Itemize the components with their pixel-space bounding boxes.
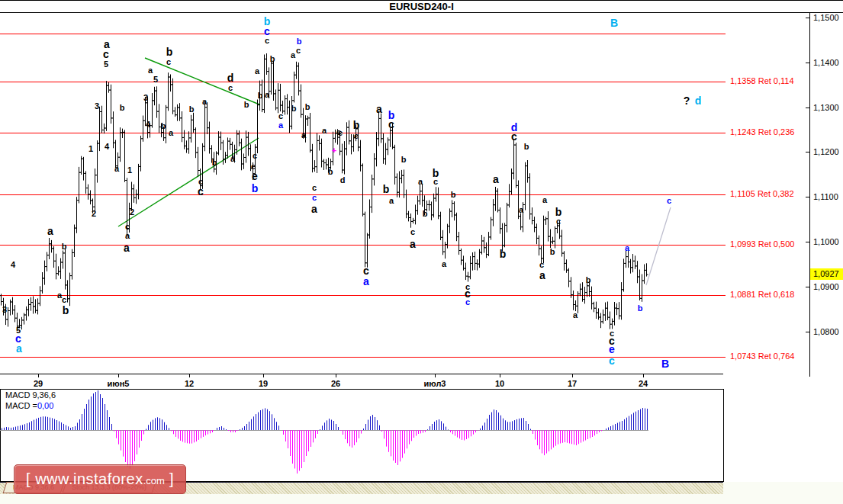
wave-label: a: [363, 275, 369, 287]
wave-label: a: [542, 195, 547, 204]
wave-label: c: [667, 196, 671, 205]
wave-label: a: [493, 173, 499, 185]
wave-label: 4: [11, 260, 15, 269]
ohlc-bars[interactable]: [0, 53, 648, 331]
current-price-tag: 1,0927: [810, 268, 843, 280]
wave-label: b: [451, 190, 456, 199]
instaforex-watermark[interactable]: [ www.instaforex.com ]: [14, 464, 186, 494]
fib-level-label: 1,0743 Ret 0,764: [730, 352, 794, 361]
time-scale-label: 10: [495, 379, 504, 388]
wave-label: c: [278, 111, 283, 120]
wave-label: d: [340, 175, 346, 185]
wave-label: b: [252, 182, 259, 194]
wave-label: e: [354, 131, 359, 140]
price-scale-label: 1,0900: [813, 282, 839, 291]
wave-label: c: [556, 217, 561, 226]
wave-label: a: [322, 126, 327, 135]
time-scale-label: 24: [639, 379, 648, 388]
wave-label: a: [311, 203, 317, 215]
wave-label: a: [625, 243, 629, 252]
wave-label: b: [244, 100, 249, 109]
wave-label: 1: [127, 165, 132, 175]
fib-level-label: 1,1105 Ret 0,382: [730, 189, 794, 198]
wave-label: b: [258, 91, 263, 100]
wave-label: b: [353, 119, 360, 131]
wave-label: b: [270, 54, 275, 63]
projection-line[interactable]: [646, 207, 671, 285]
wave-label: b: [305, 102, 310, 111]
wave-label: c: [609, 355, 615, 367]
wave-label: d: [227, 72, 234, 84]
wave-label: a: [278, 120, 283, 130]
fib-level-label: 1,1358 Ret 0,114: [730, 76, 794, 85]
wave-label: b: [62, 242, 67, 251]
wave-label: a: [376, 103, 382, 115]
wave-label: c: [125, 222, 130, 231]
wave-label: a: [124, 242, 130, 254]
wave-label: b: [189, 104, 195, 114]
wave-label: c: [465, 297, 470, 307]
time-scale-label: 19: [259, 379, 268, 388]
wave-label: a: [125, 231, 130, 240]
wave-label: c: [265, 36, 269, 45]
wave-label: b: [586, 275, 591, 284]
time-scale-label: июл3: [424, 379, 446, 388]
fib-level-label: 1,0993 Ret 0,500: [730, 239, 794, 249]
wave-label: b: [166, 46, 173, 58]
wave-label: b: [423, 209, 428, 218]
watermark-domain: www.instaforex: [35, 470, 143, 487]
chart-window: EURUSD240-I 1,1358 Ret 0,1141,1243 Ret 0…: [0, 0, 843, 504]
bottom-margin: [0, 494, 843, 504]
price-scale-label: 1,0800: [813, 327, 839, 336]
wave-label: ?: [684, 95, 690, 107]
wave-label: a: [389, 196, 394, 205]
current-price-value: 1,0927: [813, 269, 839, 278]
time-scale-label: 17: [568, 379, 577, 388]
wave-label: a: [301, 130, 306, 140]
fib-level-label: 1,1243 Ret 0,236: [730, 127, 794, 136]
wave-label: c: [433, 177, 438, 186]
wave-label: a: [230, 154, 235, 163]
wave-label: c: [539, 260, 544, 269]
wave-label: 4: [105, 142, 109, 151]
price-scale-label: 1,1500: [813, 13, 839, 22]
price-scale-label: 1,1100: [813, 192, 838, 201]
wave-label: a: [169, 128, 173, 137]
wave-label: b: [638, 303, 643, 313]
wave-label: b: [63, 304, 69, 316]
macd-current-value: 0,00: [37, 401, 53, 410]
wave-label: a: [202, 97, 207, 106]
wave-label: b: [383, 183, 390, 195]
time-scale-label: 12: [185, 379, 194, 388]
wave-label: a: [114, 164, 119, 173]
wave-label: c: [336, 127, 341, 136]
wave-label: B: [610, 17, 618, 29]
time-scale-label: 29: [34, 379, 43, 388]
wave-label: 4: [146, 120, 150, 129]
wave-label: 2: [130, 207, 134, 217]
wave-label: b: [328, 167, 333, 176]
wave-label: a: [255, 66, 259, 75]
wave-label: a: [47, 225, 53, 237]
wave-label: c: [511, 130, 517, 143]
wave-label: b: [297, 37, 302, 46]
wave-label: e: [609, 343, 615, 355]
wave-label: d: [695, 95, 702, 107]
wave-label: 3: [2, 305, 7, 314]
wave-label: c: [62, 295, 66, 304]
bottom-right-filler: [723, 482, 843, 494]
price-scale-label: 1,1200: [813, 147, 839, 156]
wave-label: b: [161, 121, 166, 130]
wave-label: a: [265, 90, 269, 99]
wave-label: c: [296, 46, 301, 55]
price-scale-label: 1,1400: [813, 58, 839, 67]
wave-label: 3: [143, 93, 148, 102]
wave-label: a: [148, 66, 153, 75]
wave-label: a: [16, 342, 22, 355]
macd-value-label: MACD =0,00: [5, 401, 53, 410]
wave-label: c: [253, 151, 257, 160]
wave-label: b: [291, 104, 297, 113]
wave-label: e: [252, 170, 258, 182]
wave-label: b: [500, 248, 507, 260]
wave-label: a: [519, 205, 523, 214]
